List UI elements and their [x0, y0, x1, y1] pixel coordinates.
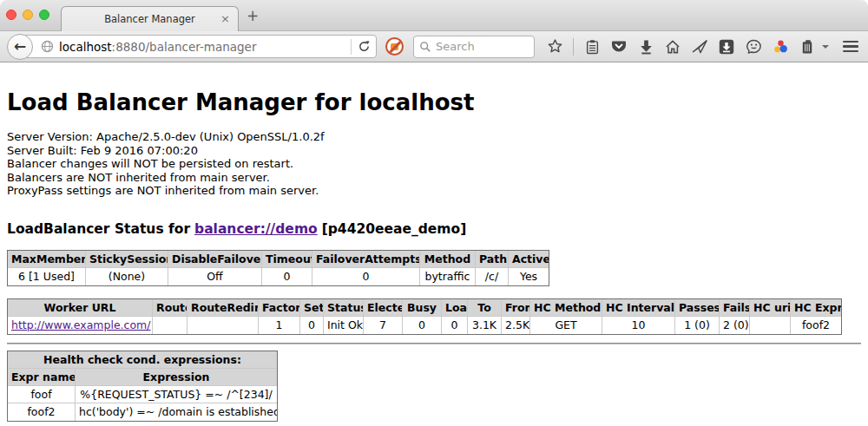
plugin-blocked-icon[interactable]	[385, 37, 404, 56]
window-controls	[6, 10, 49, 20]
server-version-line: Server Version: Apache/2.5.0-dev (Unix) …	[7, 130, 861, 144]
search-input[interactable]	[436, 40, 523, 53]
browser-window: Balancer Manager × + ← localhost:8880/ba…	[0, 0, 868, 426]
cell-method: bytraffic	[420, 268, 476, 285]
worker-url-link[interactable]: http://www.example.com/	[11, 318, 150, 331]
health-title-row: Health check cond. expressions:	[8, 351, 277, 369]
worker-header-row: Worker URL Route RouteRedir Factor Set S…	[8, 299, 841, 317]
col-active: Active	[509, 251, 549, 268]
col-hc-expr: HC Expr	[791, 299, 841, 317]
cell-expression-foof2: hc('body') =~ /domain is established/	[76, 403, 277, 421]
server-built-line: Server Built: Feb 9 2016 07:00:20	[7, 144, 861, 158]
search-icon	[419, 41, 431, 53]
back-button[interactable]: ←	[7, 34, 33, 60]
tab-balancer-manager[interactable]: Balancer Manager ×	[61, 6, 239, 31]
url-text[interactable]: localhost:8880/balancer-manager	[59, 40, 345, 54]
col-passes: Passes	[675, 299, 720, 317]
health-data-row: foof2 hc('body') =~ /domain is establish…	[8, 403, 277, 421]
paper-plane-icon[interactable]	[691, 38, 708, 56]
health-header-row: Expr name Expression	[8, 369, 277, 386]
cell-expr-name-foof: foof	[8, 386, 76, 403]
close-window-button[interactable]	[6, 10, 16, 20]
status-heading-prefix: LoadBalancer Status for	[7, 221, 190, 237]
cell-hc-expr: foof2	[791, 317, 841, 334]
toolbar-separator	[573, 38, 574, 56]
cell-maxmembers: 6 [1 Used]	[8, 268, 86, 285]
tab-title: Balancer Manager	[104, 13, 195, 25]
titlebar: Balancer Manager × +	[0, 0, 868, 30]
cell-hc-method: GET	[530, 317, 602, 334]
balancer-header-row: MaxMembers StickySession DisableFailover…	[8, 251, 549, 268]
cell-worker-url: http://www.example.com/	[8, 317, 153, 334]
tab-close-icon[interactable]: ×	[220, 12, 230, 25]
new-tab-button[interactable]: +	[247, 9, 259, 23]
col-path: Path	[476, 251, 509, 268]
col-worker-url: Worker URL	[8, 299, 153, 317]
home-icon[interactable]	[664, 38, 681, 56]
col-factor: Factor	[259, 299, 300, 317]
col-hc-method: HC Method	[530, 299, 602, 317]
cell-hc-uri	[750, 317, 791, 334]
worker-data-row: http://www.example.com/ 1 0 Init Ok 7 0 …	[8, 317, 841, 334]
cell-passes: 1 (0)	[675, 317, 720, 334]
download-box-icon[interactable]	[718, 38, 735, 56]
health-data-row: foof %{REQUEST_STATUS} =~ /^[234]/	[8, 386, 277, 403]
minimize-window-button[interactable]	[23, 10, 33, 20]
col-from: From	[502, 299, 530, 317]
page-title: Load Balancer Manager for localhost	[7, 89, 861, 115]
chevron-down-icon[interactable]	[822, 45, 829, 49]
cell-elected: 7	[364, 317, 403, 334]
col-route: Route	[153, 299, 187, 317]
cell-busy: 0	[403, 317, 442, 334]
url-bar[interactable]: localhost:8880/balancer-manager	[19, 35, 377, 58]
cell-expr-name-foof2: foof2	[8, 403, 76, 421]
downloads-icon[interactable]	[637, 38, 654, 56]
reload-button[interactable]	[358, 40, 371, 53]
urlbar-divider	[351, 39, 352, 55]
col-to: To	[468, 299, 502, 317]
cell-timeout: 0	[262, 268, 312, 285]
health-check-table: Health check cond. expressions: Expr nam…	[7, 351, 278, 422]
persist-notice-line: Balancer changes will NOT be persisted o…	[7, 157, 861, 171]
col-disablefailover: DisableFailover	[168, 251, 262, 268]
col-load: Load	[442, 299, 468, 317]
col-elected: Elected	[364, 299, 403, 317]
clipboard-icon[interactable]	[583, 38, 601, 56]
url-path: :8880/balancer-manager	[112, 40, 257, 54]
col-timeout: Timeout	[262, 251, 312, 268]
col-set: Set	[300, 299, 324, 317]
smiley-chat-icon[interactable]	[745, 38, 762, 56]
col-hc-uri: HC uri	[750, 299, 791, 317]
cell-set: 0	[300, 317, 324, 334]
proxypass-notice-line: ProxyPass settings are NOT inherited fro…	[7, 184, 861, 198]
search-bar[interactable]	[413, 36, 535, 58]
col-status: Status	[324, 299, 364, 317]
cell-from: 2.5K	[502, 317, 530, 334]
cell-route	[153, 317, 187, 334]
menu-button[interactable]	[843, 41, 858, 53]
pocket-icon[interactable]	[610, 38, 628, 56]
balancer-table: MaxMembers StickySession DisableFailover…	[7, 250, 549, 286]
col-stickysession: StickySession	[86, 251, 168, 268]
back-arrow-icon: ←	[14, 39, 26, 54]
divider	[7, 343, 861, 344]
colored-dots-icon[interactable]	[772, 38, 789, 56]
col-busy: Busy	[403, 299, 442, 317]
col-hc-interval: HC Interval	[602, 299, 675, 317]
health-table-title: Health check cond. expressions:	[8, 351, 277, 369]
status-heading-suffix: [p4420eeae_demo]	[322, 221, 467, 237]
cell-hc-interval: 10	[602, 317, 675, 334]
worker-table: Worker URL Route RouteRedir Factor Set S…	[7, 298, 842, 335]
cell-status: Init Ok	[324, 317, 364, 334]
col-expression: Expression	[76, 369, 277, 386]
cell-factor: 1	[259, 317, 300, 334]
zoom-window-button[interactable]	[39, 10, 49, 20]
site-identity-globe-icon	[41, 40, 54, 53]
balancer-demo-link[interactable]: balancer://demo	[194, 221, 318, 237]
server-info: Server Version: Apache/2.5.0-dev (Unix) …	[7, 130, 861, 198]
cell-path: /c/	[476, 268, 509, 285]
navigation-toolbar: ← localhost:8880/balancer-manager	[0, 30, 868, 62]
bookmark-star-icon[interactable]	[546, 38, 563, 56]
bin-icon[interactable]	[799, 38, 816, 56]
cell-load: 0	[442, 317, 468, 334]
